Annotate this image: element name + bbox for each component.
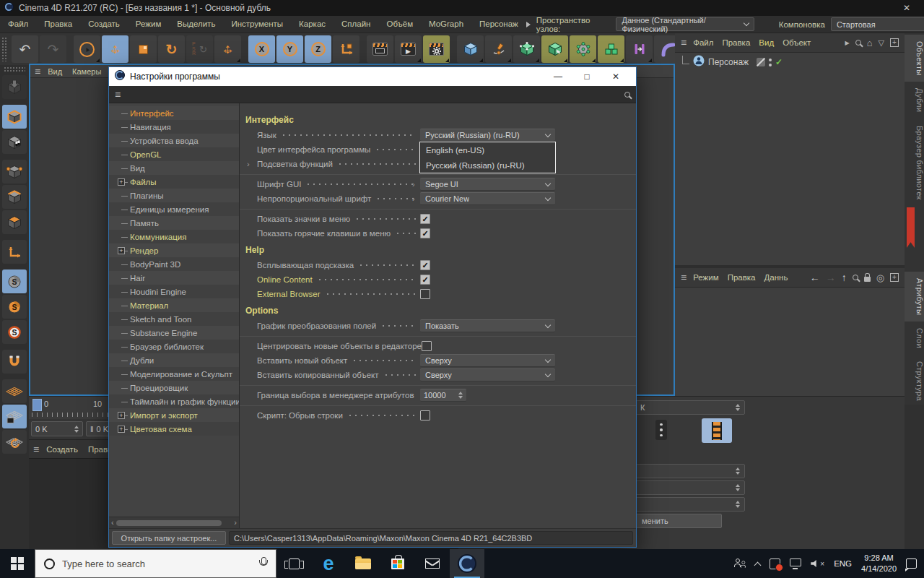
undo-button[interactable]: ↶: [12, 35, 38, 63]
edit-flag-icon[interactable]: [757, 58, 765, 66]
tree-item-Браузер библиотек[interactable]: Браузер библиотек: [109, 340, 239, 353]
scale-button[interactable]: [130, 35, 157, 63]
coordinate-field[interactable]: [635, 497, 745, 512]
node-space-arrow-icon[interactable]: [526, 22, 531, 27]
coordinate-field[interactable]: К: [635, 400, 745, 415]
tree-item-Таймлайн и график функции[interactable]: Таймлайн и график функции: [109, 394, 239, 408]
back-arrow-icon[interactable]: ←: [810, 272, 820, 283]
tree-item-Плагины[interactable]: Плагины: [109, 189, 239, 202]
point-mode-button[interactable]: [2, 160, 27, 184]
object-menu-Правка[interactable]: Правка: [722, 38, 750, 47]
start-button[interactable]: [0, 549, 35, 578]
horizontal-scrollbar[interactable]: ‹ ›: [109, 517, 239, 528]
dropdown-Вставить копированный объект[interactable]: Сверху: [420, 368, 555, 381]
dropdown-Непропорциональный шрифт[interactable]: Courier New: [420, 192, 555, 205]
toolbar-grip-handle[interactable]: [1, 37, 8, 61]
taskbar-search-box[interactable]: Type here to search: [35, 549, 276, 578]
spinner-icon[interactable]: [458, 392, 463, 399]
primitive-cube-button[interactable]: [457, 35, 484, 63]
search-icon[interactable]: [855, 40, 861, 46]
boolean-button[interactable]: [541, 35, 568, 63]
open-settings-folder-button[interactable]: Открыть папку настроек...: [112, 531, 226, 545]
attribute-menu-Режим[interactable]: Режим: [693, 273, 718, 282]
character-object-icon[interactable]: [693, 55, 705, 69]
live-selection-button[interactable]: ▲: [74, 35, 100, 63]
visibility-dots-icon[interactable]: [769, 59, 772, 66]
attribute-menu-Правка[interactable]: Правка: [728, 273, 756, 282]
tree-item-Память[interactable]: Память: [109, 216, 239, 230]
dropdown-График преобразования полей[interactable]: Показать: [420, 319, 555, 332]
rotate-button[interactable]: ↻: [158, 35, 185, 63]
maximize-button[interactable]: □: [572, 72, 601, 82]
tab-Атрибуты[interactable]: Атрибуты: [905, 272, 924, 322]
search-icon[interactable]: [853, 275, 858, 280]
menu-Персонаж[interactable]: Персонаж: [471, 16, 526, 33]
coordinate-field[interactable]: [635, 464, 745, 478]
expander-icon[interactable]: ›: [247, 160, 250, 168]
tree-item-Дубли[interactable]: Дубли: [109, 353, 239, 367]
spin-down-icon[interactable]: [458, 396, 463, 399]
lock-workplane-button[interactable]: [2, 405, 27, 428]
spline-pen-button[interactable]: [485, 35, 512, 63]
search-icon[interactable]: [624, 92, 630, 98]
tab-Браузер библиотек[interactable]: Браузер библиотек: [905, 119, 924, 207]
edge-taskbar-button[interactable]: e: [311, 549, 346, 578]
task-view-taskbar-button[interactable]: [276, 549, 311, 578]
menu-Создать[interactable]: Создать: [80, 16, 128, 33]
snap-3d-button[interactable]: S: [2, 295, 27, 319]
magnet-button[interactable]: [2, 350, 27, 374]
object-menu-Вид[interactable]: Вид: [759, 38, 774, 47]
tree-item-Коммуникация[interactable]: Коммуникация: [109, 230, 239, 243]
caret-up-icon[interactable]: [755, 560, 760, 568]
spinner-icon[interactable]: [736, 501, 740, 508]
menu-MoGraph[interactable]: MoGraph: [421, 16, 471, 33]
render-view-button[interactable]: [367, 35, 393, 63]
tree-item-Проецировщик[interactable]: Проецировщик: [109, 381, 239, 394]
volume-muted-icon[interactable]: ×: [811, 559, 824, 568]
deformer-button[interactable]: [626, 35, 653, 63]
y-axis-button[interactable]: Y: [276, 35, 303, 63]
redo-button[interactable]: ↷: [40, 35, 66, 63]
object-row-character[interactable]: Персонаж ✓: [678, 56, 903, 69]
menu-Режим[interactable]: Режим: [128, 16, 169, 33]
expander-icon[interactable]: ›: [412, 194, 415, 203]
node-space-dropdown[interactable]: Данное (Стандартный/Физический): [616, 17, 754, 31]
coordinate-field[interactable]: [635, 480, 745, 495]
model-mode-button[interactable]: [2, 105, 27, 129]
material-menu-Создать[interactable]: Создать: [46, 445, 78, 454]
checkbox-Показать значки в меню[interactable]: ✓: [420, 214, 430, 224]
cloner-button[interactable]: [570, 35, 596, 63]
clock[interactable]: 9:28 AM 4/14/2020: [861, 553, 897, 575]
subdivision-surface-button[interactable]: [513, 35, 540, 63]
enabled-check-icon[interactable]: ✓: [775, 57, 783, 67]
tree-item-Вид[interactable]: Вид: [109, 161, 239, 175]
flyout-arrow-icon[interactable]: ▶: [845, 40, 850, 46]
checkbox-Скрипт: Обрыв строки[interactable]: [420, 410, 430, 420]
tab-Структура[interactable]: Структура: [905, 355, 924, 407]
tree-item-Hair[interactable]: Hair: [109, 271, 239, 285]
layout-dropdown[interactable]: Стартовая: [831, 17, 924, 31]
tree-item-Sketch and Toon[interactable]: Sketch and Toon: [109, 312, 239, 326]
rotate-workplane-button[interactable]: [2, 430, 27, 454]
z-axis-button[interactable]: Z: [305, 35, 331, 63]
timeline-playhead[interactable]: [32, 399, 42, 411]
explorer-taskbar-button[interactable]: [346, 549, 380, 578]
scroll-right-icon[interactable]: ›: [234, 519, 237, 527]
expand-plus-icon[interactable]: +: [118, 412, 125, 419]
array-button[interactable]: [598, 35, 624, 63]
render-settings-button[interactable]: [423, 35, 450, 63]
checkbox-Показать горячие клавиши в меню[interactable]: ✓: [420, 228, 430, 238]
move-button[interactable]: ↔↕: [102, 35, 128, 63]
menu-Файл[interactable]: Файл: [0, 16, 36, 33]
expander-icon[interactable]: ›: [412, 180, 415, 189]
tree-item-Моделирование и Скульпт[interactable]: Моделирование и Скульпт: [109, 367, 239, 381]
x-axis-button[interactable]: X: [248, 35, 275, 63]
up-arrow-icon[interactable]: ↑: [842, 272, 847, 283]
forward-arrow-icon[interactable]: →: [826, 272, 836, 283]
spinner-icon[interactable]: [74, 426, 79, 433]
add-box-icon[interactable]: +: [890, 38, 899, 47]
psr-button[interactable]: PSR↻: [186, 35, 213, 63]
hamburger-menu-icon[interactable]: ≡: [33, 444, 39, 454]
dialog-titlebar[interactable]: Настройки программы — □ ✕: [109, 67, 636, 86]
spinner-icon[interactable]: [736, 484, 740, 491]
